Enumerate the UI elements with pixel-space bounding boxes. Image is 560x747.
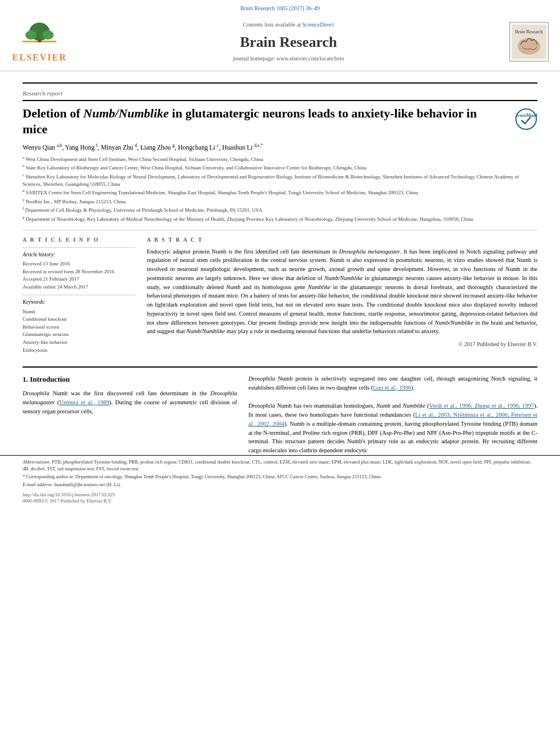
keywords-section: Keywords: Numb Conditional knockout Beha…: [23, 295, 135, 353]
footnote-section: Abbreviations: PTB, phosphorylated Tyros…: [0, 455, 560, 488]
article-title-italic: Numb/Numblike: [84, 106, 169, 120]
authors-line: Wenyu Qian a,b, Yang Hong f, Minyan Zhu …: [23, 142, 537, 152]
history-label: Article history:: [23, 251, 135, 259]
journal-homepage: journal homepage: www.elsevier.com/locat…: [79, 55, 498, 63]
svg-point-2: [25, 30, 37, 40]
article-info-col: A R T I C L E I N F O Article history: R…: [23, 236, 135, 355]
keyword-5: Anxiety-like behavior: [23, 339, 135, 346]
journal-citation: Brain Research 1665 (2017) 36–49: [11, 5, 549, 12]
svg-point-3: [42, 30, 54, 40]
sciencedirect-link[interactable]: ScienceDirect: [302, 21, 334, 28]
journal-header: Brain Research 1665 (2017) 36–49 ELSEVIE…: [0, 0, 560, 71]
affil-c: c Shenzhen Key Laboratory for Molecular …: [23, 173, 537, 187]
crossmark-badge[interactable]: CrossMark: [515, 108, 537, 130]
accepted-date: Accepted 21 February 2017: [23, 276, 135, 283]
body-right-col: Drosophila Numb protein is selectively s…: [248, 374, 537, 455]
affil-d: d SARITEX Center for Stem Cell Engineeri…: [23, 189, 537, 196]
revised-date: Received in revised form 28 November 201…: [23, 268, 135, 276]
journal-main-title: Brain Research: [79, 32, 498, 53]
svg-point-7: [518, 38, 540, 55]
elsevier-logo: ELSEVIER: [11, 19, 68, 64]
abstract-text: Endocytic adaptor protein Numb is the fi…: [147, 247, 537, 337]
footer-bottom: http://dx.doi.org/10.1016/j.brainres.201…: [0, 490, 560, 508]
brain-icon: Brain Research: [512, 25, 546, 59]
keyword-1: Numb: [23, 308, 135, 316]
report-type-label: Research report: [23, 89, 537, 101]
svg-text:Brain Research: Brain Research: [515, 29, 542, 34]
verdi-ref[interactable]: Verdi et al., 1996; Zhong et al., 1996, …: [429, 403, 534, 409]
elsevier-brand: ELSEVIER: [12, 51, 67, 64]
contents-available: Contents lists available at ScienceDirec…: [79, 21, 498, 29]
affil-b: b State Key Laboratory of Biotherapy and…: [23, 164, 537, 172]
intro-right-text-1: Drosophila Numb protein is selectively s…: [248, 374, 537, 392]
corresponding-footnote: * Corresponding author at: Department of…: [23, 474, 537, 480]
article-history-block: Article history: Received 13 June 2016 R…: [23, 247, 135, 291]
main-content: Research report Deletion of Numb/Numblik…: [0, 71, 560, 360]
article-title-row: Deletion of Numb/Numblike in glutamaterg…: [23, 106, 537, 138]
keywords-label: Keywords:: [23, 299, 135, 306]
body-left-col: 1. Introduction Drosophila Numb was the …: [23, 374, 237, 455]
abbreviations-footnote: Abbreviations: PTB, phosphorylated Tyros…: [23, 459, 537, 473]
elsevier-tree-icon: [20, 19, 59, 50]
guo-ref[interactable]: Guo et al., 1996: [373, 385, 411, 391]
doi-link[interactable]: http://dx.doi.org/10.1016/j.brainres.201…: [23, 492, 115, 497]
journal-header-inner: ELSEVIER Contents lists available at Sci…: [11, 15, 549, 68]
available-date: Available online 24 March 2017: [23, 283, 135, 291]
svg-rect-4: [38, 39, 41, 42]
article-info-heading: A R T I C L E I N F O: [23, 236, 135, 244]
header-divider: [23, 82, 537, 84]
article-info-abstract-section: A R T I C L E I N F O Article history: R…: [23, 230, 537, 355]
svg-text:CrossMark: CrossMark: [515, 112, 537, 118]
keyword-4: Glutamatergic neurons: [23, 331, 135, 338]
journal-cover-image: Brain Research: [509, 22, 549, 62]
li-ref[interactable]: Li et al., 2003; Nishimura et al., 2006;…: [248, 412, 537, 427]
affil-g: g Department of Neurobiology, Key Labora…: [23, 215, 537, 223]
abstract-col: A B S T R A C T Endocytic adaptor protei…: [147, 236, 537, 355]
affil-e: e Nerdbio Inc., SIP Biobay, Jiangsu 2152…: [23, 198, 537, 206]
article-title: Deletion of Numb/Numblike in glutamaterg…: [23, 106, 485, 138]
intro-title: 1. Introduction: [23, 374, 237, 385]
body-section: 1. Introduction Drosophila Numb was the …: [0, 374, 560, 455]
keyword-6: Endocytosis: [23, 347, 135, 354]
affil-a: a West China Development and Stem Cell I…: [23, 155, 537, 163]
affil-f: f Department of Cell Biology & Physiolog…: [23, 206, 537, 214]
abstract-heading: A B S T R A C T: [147, 236, 537, 244]
intro-right-text-2: Drosophila Numb has two mammalian homolo…: [248, 401, 537, 455]
email-footnote: E-mail address: huashunli@jbr.trainres.n…: [23, 482, 537, 488]
received-date: Received 13 June 2016: [23, 260, 135, 268]
section-divider: [23, 366, 537, 368]
journal-title-block: Contents lists available at ScienceDirec…: [79, 21, 498, 63]
copyright-line: © 2017 Published by Elsevier B.V.: [147, 340, 537, 348]
affiliations-block: a West China Development and Stem Cell I…: [23, 155, 537, 223]
issn-copyright: 0006-8993/© 2017 Published by Elsevier B…: [23, 498, 112, 504]
keyword-3: Behavioral screen: [23, 324, 135, 331]
intro-left-text: Drosophila Numb was the first discovered…: [23, 389, 237, 416]
keyword-2: Conditional knockout: [23, 316, 135, 323]
uemura-ref[interactable]: Uemura et al., 1989: [59, 399, 109, 405]
email-link[interactable]: huashunli@jbr.trainres.net: [54, 482, 105, 487]
